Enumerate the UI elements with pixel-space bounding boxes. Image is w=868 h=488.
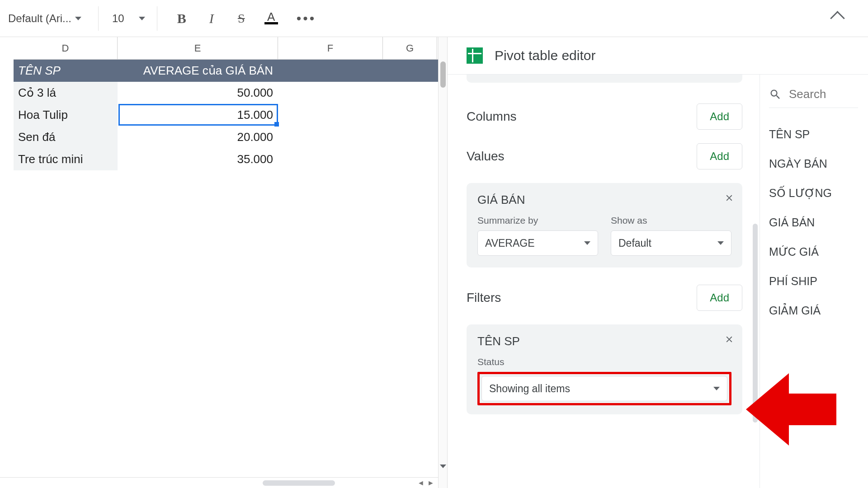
showas-field: Show as Default: [611, 215, 731, 256]
status-highlight: Showing all items: [477, 372, 731, 405]
column-header-e[interactable]: E: [118, 37, 278, 59]
search-icon: [769, 88, 782, 101]
value-card-title: GIÁ BÁN: [477, 193, 731, 207]
cell-d[interactable]: Sen đá: [14, 126, 118, 148]
chevron-up-icon: [832, 13, 843, 23]
value-card-close[interactable]: [724, 193, 734, 205]
font-size-value: 10: [112, 12, 124, 25]
add-columns-button[interactable]: Add: [697, 103, 742, 130]
editor-header: Pivot table editor: [448, 37, 868, 74]
font-selector[interactable]: Default (Ari...: [8, 6, 99, 31]
columns-label: Columns: [467, 109, 516, 124]
values-section-header: Values Add: [467, 143, 742, 169]
cell-d[interactable]: Hoa Tulip: [14, 104, 118, 126]
status-dropdown[interactable]: Showing all items: [481, 376, 727, 401]
filters-label: Filters: [467, 291, 501, 305]
status-value: Showing all items: [489, 383, 570, 395]
table-row: Hoa Tulip 15.000: [14, 104, 447, 126]
column-headers: D E F G: [14, 37, 447, 60]
chevron-down-icon: [584, 241, 590, 245]
filter-card: TÊN SP Status Showing all items: [467, 324, 742, 414]
format-toolbar: Default (Ari... 10 B I S A •••: [0, 0, 868, 37]
table-row: Tre trúc mini 35.000: [14, 148, 447, 170]
chevron-down-icon: [713, 387, 720, 390]
main-area: D E F G TÊN SP AVERAGE của GIÁ BÁN Cỏ 3 …: [0, 37, 868, 488]
horizontal-scroll-thumb[interactable]: [263, 480, 335, 486]
collapsed-rows-card[interactable]: [467, 75, 742, 83]
pivot-header-row: TÊN SP AVERAGE của GIÁ BÁN: [14, 60, 447, 82]
summarize-dropdown[interactable]: AVERAGE: [477, 230, 598, 256]
close-icon: [724, 334, 734, 344]
add-values-button[interactable]: Add: [697, 143, 742, 169]
field-item[interactable]: GIÁ BÁN: [769, 208, 858, 237]
vertical-scrollbar[interactable]: [438, 37, 447, 488]
more-formats-button[interactable]: •••: [290, 11, 316, 26]
bold-button[interactable]: B: [171, 8, 193, 29]
cell-e[interactable]: 35.000: [118, 148, 278, 170]
field-item[interactable]: NGÀY BÁN: [769, 149, 858, 178]
chevron-down-icon: [717, 241, 724, 245]
field-item[interactable]: MỨC GIÁ: [769, 237, 858, 267]
column-header-f[interactable]: F: [278, 37, 383, 59]
collapse-toolbar-button[interactable]: [832, 13, 843, 23]
strikethrough-button[interactable]: S: [231, 8, 252, 29]
cell-d[interactable]: Tre trúc mini: [14, 148, 118, 170]
value-card-row: Summarize by AVERAGE Show as Default: [477, 215, 731, 256]
field-item[interactable]: PHÍ SHIP: [769, 267, 858, 296]
column-header-d[interactable]: D: [14, 37, 118, 59]
pivot-header-d[interactable]: TÊN SP: [14, 60, 118, 82]
config-column: Columns Add Values Add GIÁ BÁN Summarize…: [448, 75, 760, 488]
triangle-down-icon: [440, 465, 446, 476]
status-label: Status: [477, 357, 731, 367]
font-size-selector[interactable]: 10: [106, 6, 157, 31]
values-label: Values: [467, 149, 505, 164]
scroll-left-arrow[interactable]: ◄: [416, 479, 425, 488]
text-color-swatch: [264, 22, 278, 24]
field-item[interactable]: GIẢM GIÁ: [769, 296, 858, 325]
text-color-button[interactable]: A: [260, 8, 282, 29]
search-input[interactable]: [789, 87, 852, 101]
pivot-table-icon: [467, 47, 483, 64]
scroll-right-arrow[interactable]: ►: [426, 479, 435, 488]
column-header-g[interactable]: G: [383, 37, 437, 59]
showas-dropdown[interactable]: Default: [611, 230, 731, 256]
summarize-field: Summarize by AVERAGE: [477, 215, 598, 256]
cell-e[interactable]: 15.000: [118, 104, 278, 126]
format-buttons: B I S A •••: [165, 8, 316, 29]
scroll-down-arrow[interactable]: [440, 468, 446, 476]
svg-rect-0: [468, 49, 481, 62]
close-icon: [724, 193, 734, 203]
font-name: Default (Ari...: [8, 12, 71, 25]
editor-body: Columns Add Values Add GIÁ BÁN Summarize…: [448, 74, 868, 488]
field-item[interactable]: SỐ LƯỢNG: [769, 178, 858, 208]
filters-section-header: Filters Add: [467, 285, 742, 311]
summarize-label: Summarize by: [477, 215, 598, 226]
chevron-down-icon: [139, 17, 145, 20]
showas-value: Default: [618, 237, 651, 249]
cell-d[interactable]: Cỏ 3 lá: [14, 82, 118, 104]
vertical-scroll-thumb[interactable]: [440, 61, 446, 88]
chevron-down-icon: [75, 17, 81, 20]
config-scrollbar-thumb[interactable]: [753, 224, 758, 422]
table-row: Cỏ 3 lá 50.000: [14, 82, 447, 104]
summarize-value: AVERAGE: [485, 237, 535, 249]
filter-card-close[interactable]: [724, 334, 734, 346]
cell-e[interactable]: 50.000: [118, 82, 278, 104]
horizontal-scrollbar[interactable]: ◄ ►: [0, 477, 438, 488]
fields-column: TÊN SP NGÀY BÁN SỐ LƯỢNG GIÁ BÁN MỨC GIÁ…: [760, 75, 868, 488]
columns-section-header: Columns Add: [467, 103, 742, 130]
value-card: GIÁ BÁN Summarize by AVERAGE: [467, 183, 742, 267]
pivot-header-e[interactable]: AVERAGE của GIÁ BÁN: [118, 60, 278, 82]
filter-card-title: TÊN SP: [477, 334, 731, 348]
italic-button[interactable]: I: [201, 8, 222, 29]
text-color-a: A: [267, 13, 275, 21]
search-row: [769, 87, 858, 108]
cell-e[interactable]: 20.000: [118, 126, 278, 148]
pivot-editor-panel: Pivot table editor Columns Add Values Ad…: [448, 37, 868, 488]
showas-label: Show as: [611, 215, 731, 226]
field-item[interactable]: TÊN SP: [769, 120, 858, 149]
spreadsheet-area: D E F G TÊN SP AVERAGE của GIÁ BÁN Cỏ 3 …: [0, 37, 448, 488]
editor-title: Pivot table editor: [495, 48, 595, 63]
grid-body: TÊN SP AVERAGE của GIÁ BÁN Cỏ 3 lá 50.00…: [14, 60, 447, 170]
add-filters-button[interactable]: Add: [697, 285, 742, 311]
